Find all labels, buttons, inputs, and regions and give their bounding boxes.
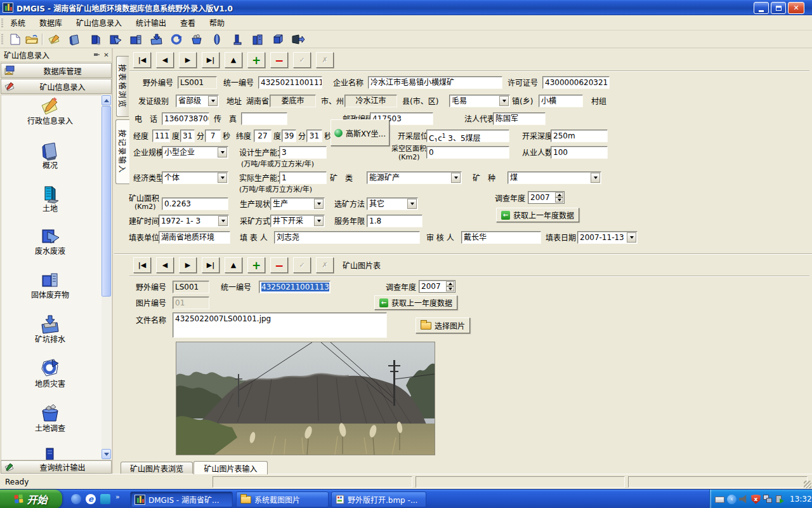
open-folder-icon[interactable] [24, 32, 39, 46]
toolbar-land-survey-icon[interactable] [189, 32, 204, 46]
design-capacity-input[interactable]: 3 [279, 146, 327, 159]
city-field[interactable]: 娄底市 [270, 95, 316, 107]
nav2-cancel-button[interactable]: ✗ [316, 257, 334, 273]
nav1-next-button[interactable]: ▶ [179, 52, 197, 68]
lat-deg-input[interactable]: 27 [254, 130, 272, 142]
close-button[interactable]: ✕ [788, 2, 804, 14]
sidebar-item-land[interactable]: 土地 [15, 204, 85, 213]
toolbar-pit-drainage-icon[interactable] [148, 32, 164, 46]
license-input[interactable]: 4300000620321 [542, 76, 610, 89]
land-icon[interactable] [40, 184, 60, 204]
scroll-up-button[interactable] [102, 95, 111, 105]
spinner-up-icon[interactable] [446, 281, 454, 286]
spinner-down-icon[interactable] [446, 286, 454, 291]
chevron-down-icon[interactable] [218, 216, 228, 226]
volume-icon[interactable] [739, 495, 749, 504]
quick-launch-icon-3[interactable] [100, 494, 110, 504]
lat-min-input[interactable]: 39 [282, 130, 296, 142]
overview-icon[interactable] [40, 141, 60, 161]
tab-photo-browse[interactable]: 矿山图片表浏览 [121, 462, 193, 474]
field-no-input[interactable]: LS001 [178, 76, 217, 89]
chevron-down-icon[interactable] [407, 199, 417, 209]
menu-system[interactable]: 系统 [10, 17, 25, 28]
toolbar-geohazard-icon[interactable] [169, 32, 184, 46]
nav2-top-button[interactable]: ▲ [225, 257, 242, 273]
nav2-add-button[interactable]: + [247, 257, 265, 273]
wastewater-icon[interactable] [40, 227, 60, 247]
county-select[interactable]: 毛易 [449, 95, 510, 107]
toolbar-solid-waste-icon[interactable] [128, 32, 143, 46]
tab-table-browse[interactable]: 按表格浏览 [116, 56, 129, 117]
tab-photo-entry[interactable]: 矿山图片表输入 [193, 461, 268, 474]
town-input[interactable]: 小横 [539, 95, 583, 107]
sidebar-group-database[interactable]: 数据库管理 [1, 63, 112, 78]
beneficiation-select[interactable]: 其它 [367, 197, 418, 210]
nav2-first-button[interactable]: |◀ [133, 257, 151, 273]
toolbar-exit-icon[interactable] [291, 32, 306, 46]
toolbar-pump-icon[interactable] [209, 32, 225, 46]
lon-sec-input[interactable]: 7 [205, 130, 221, 142]
nav2-confirm-button[interactable]: ✓ [293, 257, 311, 273]
sidebar-item-admin-info[interactable]: 行政信息录入 [15, 117, 85, 126]
toolbar-land-icon[interactable] [88, 32, 103, 46]
resize-grip[interactable] [804, 481, 811, 488]
toolbar-admin-entry-icon[interactable] [47, 32, 62, 46]
sidebar-item-land-survey[interactable]: 土地调查 [15, 424, 85, 433]
photo-uid-input[interactable]: 43250211001113 [259, 281, 331, 293]
geohazard-icon[interactable] [40, 358, 60, 378]
uid-input[interactable]: 43250211001113 [258, 76, 322, 89]
chevron-down-icon[interactable] [451, 173, 461, 183]
nav1-first-button[interactable]: |◀ [133, 52, 151, 68]
choose-picture-button[interactable]: 选择图片 [416, 318, 470, 333]
nav2-delete-button[interactable]: − [270, 257, 288, 273]
network-monitors-icon[interactable] [763, 495, 773, 504]
sidebar-close-icon[interactable]: ✕ [102, 50, 111, 60]
app-status-icon[interactable] [775, 495, 785, 504]
task-screenshot-folder[interactable]: 系统截图图片 [236, 491, 329, 507]
fax-input[interactable] [241, 112, 287, 125]
sidebar-item-geohazard[interactable]: 地质灾害 [15, 380, 85, 389]
ie-icon[interactable]: e [86, 494, 96, 504]
fill-date-select[interactable]: 2007-11-13 [577, 231, 638, 244]
chevron-down-icon[interactable] [208, 96, 218, 106]
sidebar-item-solid-waste[interactable]: 固体废弃物 [15, 291, 85, 300]
nav2-last-button[interactable]: ▶| [202, 257, 219, 273]
quick-launch-icon-1[interactable] [71, 494, 81, 504]
chevron-down-icon[interactable] [218, 173, 227, 183]
scrollbar-thumb[interactable] [102, 106, 111, 297]
toolbar-column-icon[interactable] [230, 32, 245, 46]
mining-depth-input[interactable]: 250m [551, 130, 608, 142]
toolbar-box-icon[interactable] [270, 32, 285, 46]
chevron-down-icon[interactable] [314, 199, 324, 209]
goaf-area-input[interactable]: 0 [426, 146, 509, 159]
task-bmp-file[interactable]: 野外版打开.bmp -... [331, 491, 426, 507]
sidebar-group-query-output[interactable]: 查询统计输出 [1, 460, 112, 474]
toolbar-overview-icon[interactable] [67, 32, 82, 46]
chevron-down-icon[interactable] [499, 96, 509, 106]
quick-launch-more[interactable]: » [115, 493, 120, 501]
fetch-previous-year-button2[interactable]: ←获取上一年度数据 [374, 295, 457, 310]
lon-min-input[interactable]: 31 [180, 130, 195, 142]
auditor-input[interactable]: 戴长华 [461, 231, 541, 244]
tab-record-entry[interactable]: 按记录输入 [115, 119, 129, 184]
nav1-last-button[interactable]: ▶| [202, 52, 219, 68]
start-button[interactable]: 开始 [0, 490, 62, 508]
pin-icon[interactable] [91, 50, 101, 60]
chevron-down-icon[interactable] [627, 232, 636, 243]
build-date-select[interactable]: 1972- 1- 3 [159, 215, 229, 227]
picture-no-input[interactable]: 01 [173, 297, 209, 309]
lon-deg-input[interactable]: 111 [152, 130, 170, 142]
photo-field-no-input[interactable]: LS001 [173, 281, 209, 293]
chevron-down-icon[interactable] [591, 173, 600, 183]
task-dmgis[interactable]: DMGIS - 湖南省矿... [130, 491, 233, 507]
panel-splitter[interactable] [114, 253, 812, 255]
solid-waste-icon[interactable] [40, 271, 60, 291]
file-name-input[interactable]: 4325022007LS00101.jpg [173, 312, 387, 338]
service-years-input[interactable]: 1.8 [367, 215, 422, 227]
phone-input[interactable]: 13607387000 [162, 112, 209, 125]
photo-survey-year-spinner[interactable]: 2007 [419, 280, 455, 293]
menu-help[interactable]: 帮助 [209, 17, 225, 28]
minimize-button[interactable] [754, 2, 769, 14]
sidebar-group-mine-entry[interactable]: 矿山信息录入 [1, 79, 112, 94]
sidebar-item-overview[interactable]: 概况 [15, 161, 85, 170]
